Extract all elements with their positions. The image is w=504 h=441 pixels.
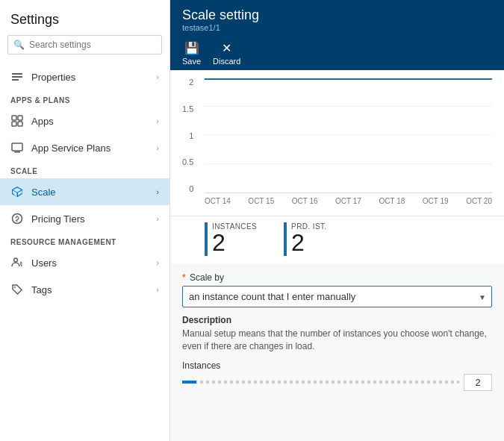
search-input[interactable] <box>7 35 162 54</box>
sidebar-item-apps[interactable]: Apps › <box>0 107 169 134</box>
scale-icon <box>10 185 24 198</box>
right-subtitle: testase1/1 <box>182 23 492 32</box>
left-panel: Settings 🔍 Properties › APPS & PLANS App… <box>0 0 170 441</box>
pricing-tiers-icon <box>10 212 24 225</box>
chevron-right-icon: › <box>156 72 159 81</box>
svg-rect-4 <box>18 116 22 120</box>
scale-settings: * Scale by an instance count that I ente… <box>170 263 504 400</box>
scale-by-field: * Scale by an instance count that I ente… <box>182 272 492 307</box>
section-label-scale: SCALE <box>0 161 169 178</box>
right-panel: Scale setting testase1/1 💾 Save ✕ Discar… <box>170 0 504 441</box>
apps-icon <box>10 114 24 128</box>
description-section: Description Manual setup means that the … <box>182 315 492 353</box>
chevron-right-icon-asp: › <box>156 143 159 152</box>
sidebar-item-label-properties: Properties <box>31 72 156 83</box>
description-text: Manual setup means that the number of in… <box>182 328 492 353</box>
users-icon <box>10 256 24 269</box>
svg-rect-0 <box>12 73 22 75</box>
y-label-1: 1 <box>189 131 193 140</box>
y-label-2: 2 <box>189 78 193 87</box>
toolbar: 💾 Save ✕ Discard <box>182 37 492 70</box>
search-box: 🔍 <box>7 35 162 54</box>
discard-button[interactable]: ✕ Discard <box>213 41 240 70</box>
properties-icon <box>10 70 24 84</box>
chevron-right-icon-pricing: › <box>156 214 159 223</box>
tags-icon <box>10 283 24 296</box>
svg-rect-7 <box>12 143 22 151</box>
svg-point-11 <box>14 287 16 288</box>
x-label-oct16: OCT 16 <box>292 197 318 205</box>
metric-info-prd: PRD. IST. 2 <box>291 222 327 254</box>
chevron-right-icon-apps: › <box>156 116 159 125</box>
discard-icon: ✕ <box>222 41 231 55</box>
sidebar-item-label-app-service-plans: App Service Plans <box>31 143 156 154</box>
sidebar-item-pricing-tiers[interactable]: Pricing Tiers › <box>0 205 169 232</box>
svg-rect-1 <box>12 76 22 78</box>
sidebar-item-label-apps: Apps <box>31 116 156 127</box>
x-label-oct15: OCT 15 <box>248 197 274 205</box>
instances-label: Instances <box>182 360 492 371</box>
scale-by-label: * Scale by <box>182 272 492 283</box>
metric-value-instances: 2 <box>212 231 257 254</box>
section-label-resource-management: RESOURCE MANAGEMENT <box>0 232 169 249</box>
metric-instances: INSTANCES 2 <box>205 222 257 256</box>
description-title: Description <box>182 315 492 325</box>
svg-rect-8 <box>14 151 20 153</box>
chevron-right-icon-scale: › <box>156 187 159 196</box>
right-title: Scale setting <box>182 7 492 23</box>
right-header: Scale setting testase1/1 💾 Save ✕ Discar… <box>170 0 504 70</box>
svg-point-10 <box>14 258 18 262</box>
sidebar-item-label-tags: Tags <box>31 284 156 295</box>
sidebar-item-users[interactable]: Users › <box>0 249 169 276</box>
svg-rect-5 <box>12 122 16 126</box>
x-label-oct14: OCT 14 <box>205 197 231 205</box>
x-label-oct17: OCT 17 <box>335 197 361 205</box>
sidebar-item-label-pricing-tiers: Pricing Tiers <box>31 213 156 225</box>
chart-area: 2 1.5 1 0.5 0 OCT 14 <box>170 70 504 216</box>
scale-by-text: Scale by <box>190 272 224 283</box>
sidebar-item-label-users: Users <box>31 257 156 269</box>
right-content: 2 1.5 1 0.5 0 OCT 14 <box>170 70 504 441</box>
sidebar-item-tags[interactable]: Tags › <box>0 276 169 303</box>
scale-by-select-wrapper: an instance count that I enter manually … <box>182 286 492 307</box>
metric-info-instances: INSTANCES 2 <box>212 222 257 254</box>
discard-label: Discard <box>213 57 240 66</box>
instances-section: Instances <box>182 360 492 391</box>
instances-input[interactable] <box>464 374 492 391</box>
chart-svg <box>205 78 492 193</box>
instances-slider-track <box>182 375 459 390</box>
chevron-right-icon-users: › <box>156 258 159 267</box>
svg-rect-2 <box>12 79 19 81</box>
save-icon: 💾 <box>184 41 199 55</box>
sidebar-item-properties[interactable]: Properties › <box>0 63 169 90</box>
svg-rect-6 <box>18 122 22 126</box>
y-label-0-5: 0.5 <box>182 157 193 166</box>
metric-bar-prd <box>284 222 287 256</box>
sidebar-item-scale[interactable]: Scale › <box>0 178 169 205</box>
app-service-plans-icon <box>10 141 24 154</box>
metric-bar-instances <box>205 222 208 256</box>
save-label: Save <box>182 57 201 66</box>
search-icon: 🔍 <box>13 40 25 50</box>
save-button[interactable]: 💾 Save <box>182 41 201 70</box>
chart-y-axis: 2 1.5 1 0.5 0 <box>182 78 196 193</box>
required-marker: * <box>182 272 186 283</box>
sidebar-item-label-scale: Scale <box>31 187 156 198</box>
x-label-oct19: OCT 19 <box>423 197 449 205</box>
metric-prd-ist: PRD. IST. 2 <box>284 222 327 256</box>
y-label-0: 0 <box>189 184 193 193</box>
svg-point-9 <box>13 214 22 224</box>
x-label-oct18: OCT 18 <box>379 197 405 205</box>
chart-x-labels: OCT 14 OCT 15 OCT 16 OCT 17 OCT 18 OCT 1… <box>205 197 492 205</box>
metric-value-prd: 2 <box>291 231 327 254</box>
section-label-apps-plans: APPS & PLANS <box>0 90 169 107</box>
settings-title: Settings <box>0 0 169 35</box>
chart-container: 2 1.5 1 0.5 0 OCT 14 <box>205 78 492 208</box>
scale-by-select[interactable]: an instance count that I enter manually <box>182 286 492 307</box>
metric-row: INSTANCES 2 PRD. IST. 2 <box>170 216 504 263</box>
svg-rect-3 <box>12 116 16 120</box>
instances-row <box>182 374 492 391</box>
x-label-oct20: OCT 20 <box>466 197 492 205</box>
sidebar-item-app-service-plans[interactable]: App Service Plans › <box>0 134 169 161</box>
chevron-right-icon-tags: › <box>156 285 159 294</box>
